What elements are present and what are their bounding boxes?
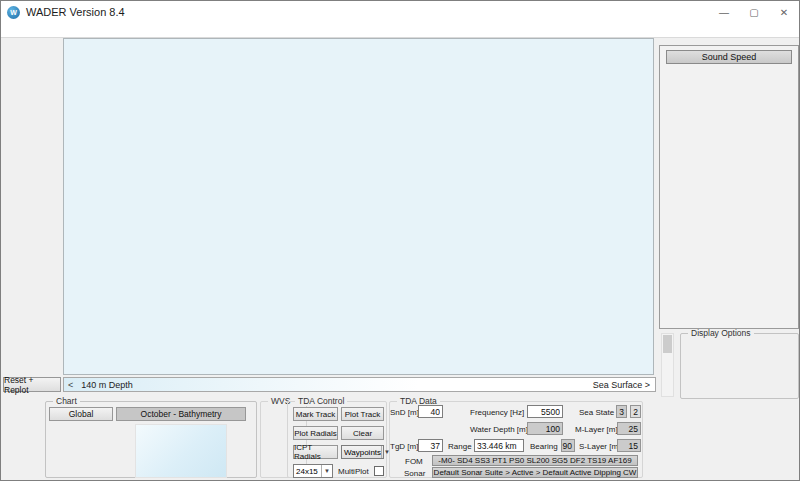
waypoints-label: Waypoints — [342, 448, 381, 457]
sea-state-value-2: 2 — [630, 405, 641, 418]
pod-radial-plot[interactable] — [63, 38, 654, 375]
range-input[interactable] — [474, 439, 524, 452]
fom-value-bar[interactable]: -M0- SD4 SS3 PT1 PS0 SL200 SG5 DF2 TS19 … — [432, 455, 638, 466]
sea-surface-status-text: Sea Surface > — [593, 380, 655, 390]
minimize-button[interactable]: — — [709, 1, 739, 23]
slayer-label: S-Layer [m] — [579, 442, 620, 451]
waypoints-dropdown[interactable]: Waypoints ▼ — [341, 445, 384, 459]
window-controls: — ▢ ✕ — [709, 1, 799, 23]
bearing-value: 90 — [561, 439, 575, 452]
chevron-down-icon: ▼ — [321, 465, 332, 477]
pod-plot-svg — [64, 39, 653, 374]
frequency-input[interactable] — [527, 405, 563, 418]
wader-window: W WADER Version 8.4 — ▢ ✕ Reset + Replot… — [0, 0, 800, 481]
close-button[interactable]: ✕ — [769, 1, 799, 23]
water-depth-label: Water Depth [m] — [470, 425, 528, 434]
profiles-tab-page: Sound Speed — [659, 45, 799, 329]
icpt-radials-button[interactable]: ICPT Radials — [293, 445, 338, 459]
chart-group: Chart Global October - Bathymetry — [45, 401, 257, 478]
grid-size-value: 24x15 — [294, 467, 318, 476]
sonar-label: Sonar — [404, 469, 425, 478]
reset-replot-button[interactable]: Reset + Replot — [3, 377, 61, 392]
range-label: Range — [448, 442, 472, 451]
mark-track-button[interactable]: Mark Track — [293, 407, 338, 421]
sound-speed-chart[interactable] — [678, 80, 796, 310]
mlayer-value: 25 — [617, 422, 641, 435]
chart-minimap[interactable] — [135, 424, 227, 478]
display-options-group: Display Options — [680, 333, 799, 399]
bearing-label: Bearing — [530, 442, 558, 451]
fom-label: FOM — [405, 457, 423, 466]
slayer-value: 15 — [617, 439, 641, 452]
tda-control-label: TDA Control — [295, 396, 347, 406]
tgd-label: TgD [m] — [390, 442, 418, 451]
window-title: WADER Version 8.4 — [26, 6, 125, 18]
sea-state-value-1: 3 — [616, 405, 627, 418]
menu-bar — [1, 23, 799, 38]
mlayer-label: M-Layer [m] — [575, 425, 618, 434]
display-options-label: Display Options — [688, 328, 754, 338]
app-icon: W — [7, 6, 20, 19]
depth-status-text: 140 m Depth — [81, 380, 133, 390]
sonar-value-bar[interactable]: Default Sonar Suite > Active > Default A… — [432, 467, 638, 478]
grid-size-select[interactable]: 24x15 ▼ — [293, 464, 333, 478]
profile-vscrollbar[interactable] — [661, 333, 674, 397]
water-depth-value: 100 — [527, 422, 563, 435]
snd-label: SnD [m] — [390, 408, 419, 417]
tda-control-group: TDA Control Mark Track Plot Track Plot R… — [287, 401, 387, 478]
global-button[interactable]: Global — [49, 407, 113, 421]
frequency-label: Frequency [Hz] — [470, 408, 524, 417]
plot-radials-button[interactable]: Plot Radials — [293, 426, 338, 440]
scrollbar-thumb[interactable] — [663, 335, 672, 353]
depth-scroll-left[interactable]: < — [64, 380, 81, 390]
chart-layer-button[interactable]: October - Bathymetry — [116, 407, 246, 421]
multiplot-checkbox[interactable] — [374, 466, 384, 476]
chart-group-label: Chart — [53, 396, 80, 406]
plot-status-bar: < 140 m Depth Sea Surface > — [63, 377, 656, 392]
plot-track-button[interactable]: Plot Track — [341, 407, 384, 421]
maximize-button[interactable]: ▢ — [739, 1, 769, 23]
snd-input[interactable] — [418, 405, 443, 418]
title-bar: W WADER Version 8.4 — ▢ ✕ — [1, 1, 799, 23]
sound-speed-button[interactable]: Sound Speed — [666, 50, 792, 64]
sea-state-label: Sea State — [579, 408, 614, 417]
tda-data-group: TDA Data SnD [m] Frequency [Hz] Sea Stat… — [389, 401, 643, 478]
multiplot-label: MultiPlot — [338, 467, 369, 476]
tgd-input[interactable] — [418, 439, 443, 452]
clear-button[interactable]: Clear — [341, 426, 384, 440]
